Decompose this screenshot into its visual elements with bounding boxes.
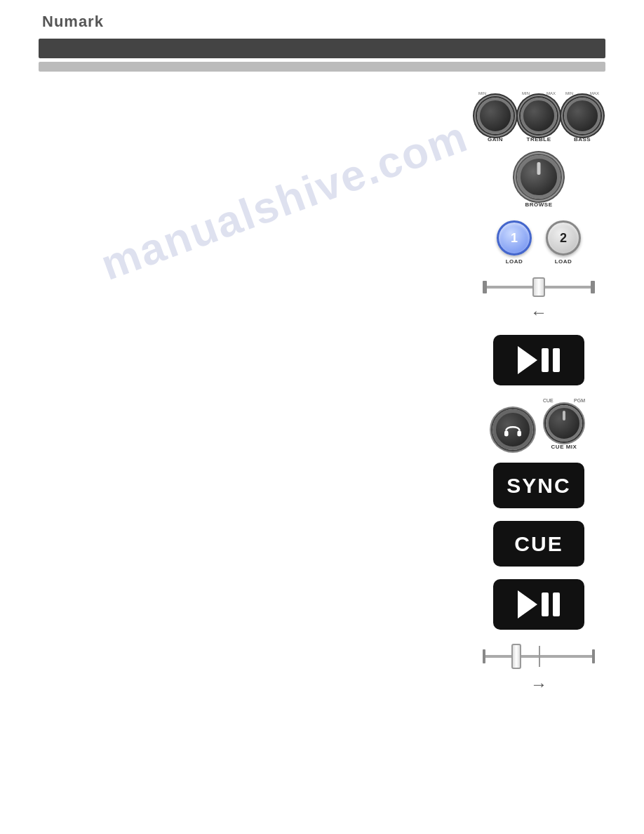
sync-button[interactable]: SYNC bbox=[493, 463, 584, 508]
play-icon-bottom bbox=[518, 590, 537, 618]
crossfader-bottom-track bbox=[483, 655, 595, 658]
crossfader-bottom-wrap: → bbox=[483, 642, 595, 694]
crossfader-bottom-end-left bbox=[483, 649, 485, 663]
bass-max-label: MAX bbox=[590, 91, 599, 95]
load1-button[interactable]: 1 bbox=[497, 220, 532, 256]
crossfader-top-handle[interactable] bbox=[532, 277, 545, 297]
cue-mix-group: CUE PGM CUE MIX bbox=[492, 398, 585, 450]
browse-knob-wrap: BROWSE bbox=[517, 155, 561, 208]
crossfader-top[interactable] bbox=[483, 277, 595, 297]
crossfader-end-left bbox=[483, 281, 487, 293]
watermark: manualshive.com bbox=[94, 111, 474, 290]
pause-bar-left-top bbox=[542, 348, 549, 372]
crossfader-bottom-handle[interactable] bbox=[511, 644, 521, 669]
pause-icon-bottom bbox=[542, 593, 560, 616]
cue-mix-pgm-label: PGM bbox=[574, 398, 585, 403]
treble-min-label: MIN bbox=[522, 91, 530, 95]
load2-number: 2 bbox=[560, 231, 567, 246]
sync-button-label: SYNC bbox=[507, 474, 570, 498]
load-button-group: 1 LOAD 2 LOAD bbox=[497, 220, 581, 265]
bass-label: BASS bbox=[574, 136, 591, 143]
svg-rect-1 bbox=[517, 431, 521, 437]
cue-mix-cue-label: CUE bbox=[543, 398, 554, 403]
browse-label: BROWSE bbox=[525, 201, 553, 208]
dark-header-bar bbox=[39, 39, 605, 58]
gain-knob-item: MIN GAIN bbox=[477, 91, 514, 143]
load2-label: LOAD bbox=[555, 258, 572, 265]
crossfader-bottom-arrow: → bbox=[530, 675, 547, 694]
treble-knob[interactable] bbox=[521, 98, 557, 134]
play-pause-bottom-button[interactable] bbox=[493, 579, 584, 630]
play-icon-top bbox=[518, 346, 537, 374]
treble-label: TREBLE bbox=[527, 136, 551, 143]
cue-button-label: CUE bbox=[514, 532, 563, 556]
gain-minmax: MIN bbox=[478, 91, 512, 95]
bass-min-label: MIN bbox=[565, 91, 573, 95]
load1-wrap: 1 LOAD bbox=[497, 220, 532, 265]
crossfader-bottom[interactable] bbox=[483, 642, 595, 670]
headphone-icon bbox=[502, 418, 524, 441]
cue-mix-label: CUE MIX bbox=[551, 444, 577, 450]
cue-mix-labels: CUE PGM bbox=[543, 398, 585, 403]
load2-wrap: 2 LOAD bbox=[546, 220, 581, 265]
cue-mix-knob-wrap: CUE PGM CUE MIX bbox=[543, 398, 585, 450]
gain-min-label: MIN bbox=[478, 91, 486, 95]
cue-button[interactable]: CUE bbox=[493, 521, 584, 567]
pause-bar-left-bottom bbox=[542, 593, 549, 616]
controls-column: MIN GAIN MIN MAX TREBLE MIN MAX BASS bbox=[476, 91, 602, 694]
bass-minmax: MIN MAX bbox=[565, 91, 599, 95]
svg-rect-0 bbox=[504, 431, 509, 437]
browse-knob[interactable] bbox=[517, 155, 561, 199]
load1-number: 1 bbox=[511, 231, 518, 246]
bass-knob[interactable] bbox=[564, 98, 601, 134]
treble-minmax: MIN MAX bbox=[522, 91, 556, 95]
treble-knob-item: MIN MAX TREBLE bbox=[521, 91, 557, 143]
bass-knob-item: MIN MAX BASS bbox=[564, 91, 601, 143]
treble-max-label: MAX bbox=[546, 91, 556, 95]
crossfader-bottom-center-line bbox=[539, 646, 540, 667]
load1-label: LOAD bbox=[506, 258, 523, 265]
eq-knob-group: MIN GAIN MIN MAX TREBLE MIN MAX BASS bbox=[477, 91, 601, 143]
pause-bar-right-top bbox=[553, 348, 560, 372]
crossfader-top-wrap: ← bbox=[483, 277, 595, 322]
crossfader-top-track bbox=[483, 286, 595, 289]
pause-icon-top bbox=[542, 348, 560, 372]
play-pause-top-button[interactable] bbox=[493, 335, 584, 385]
crossfader-bottom-end-right bbox=[592, 649, 595, 663]
crossfader-end-right bbox=[591, 281, 595, 293]
load2-button[interactable]: 2 bbox=[546, 220, 581, 256]
gain-knob[interactable] bbox=[477, 98, 514, 134]
brand-logo: Numark bbox=[42, 13, 104, 31]
gain-label: GAIN bbox=[488, 136, 503, 143]
headphone-knob[interactable] bbox=[492, 409, 533, 450]
crossfader-top-arrow: ← bbox=[530, 303, 547, 322]
cue-mix-knob[interactable] bbox=[546, 405, 582, 442]
light-subheader-bar bbox=[39, 62, 605, 72]
pause-bar-right-bottom bbox=[553, 593, 560, 616]
